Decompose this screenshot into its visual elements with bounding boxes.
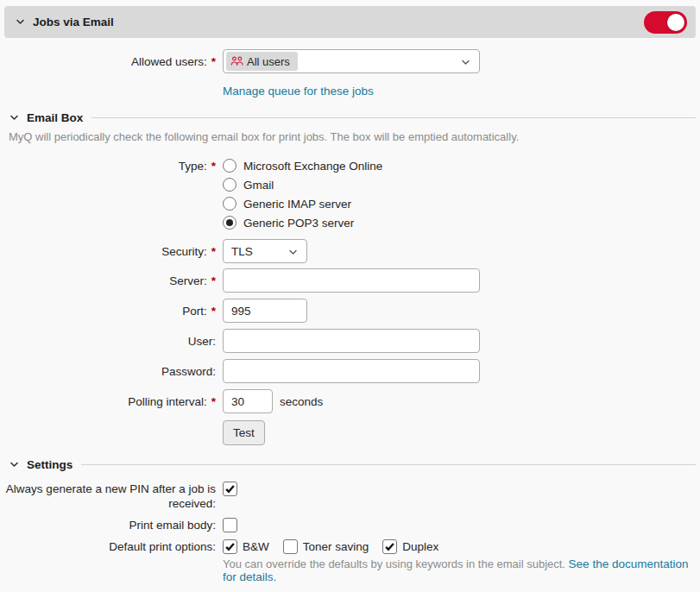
generate-pin-row: Always generate a new PIN after a job is… <box>4 482 696 511</box>
override-note-row: You can override the defaults by using k… <box>4 557 696 583</box>
allowed-users-row: Allowed users:* All users <box>4 49 696 73</box>
email-type-radio-group: Microsoft Exchange Online Gmail Generic … <box>223 157 382 231</box>
bw-label: B&W <box>243 540 269 553</box>
settings-title: Settings <box>27 458 73 471</box>
radio-label: Generic IMAP server <box>243 198 351 211</box>
jobs-via-email-toggle[interactable] <box>644 11 687 34</box>
toner-saving-label: Toner saving <box>303 540 369 553</box>
radio-exchange-online[interactable]: Microsoft Exchange Online <box>223 157 382 174</box>
jobs-via-email-panel: Jobs via Email Allowed users:* All users <box>0 0 700 583</box>
email-box-description: MyQ will periodically check the followin… <box>9 130 696 143</box>
allowed-users-label: Allowed users:* <box>4 54 216 69</box>
radio-generic-imap[interactable]: Generic IMAP server <box>223 195 382 212</box>
default-print-options-row: Default print options: B&W Toner saving … <box>4 539 696 554</box>
radio-icon[interactable] <box>223 178 236 192</box>
required-asterisk: * <box>211 274 216 287</box>
checkmark-icon <box>224 541 236 552</box>
chevron-down-icon <box>15 16 26 28</box>
manage-queue-row: Manage queue for these jobs <box>4 85 696 98</box>
manage-queue-link[interactable]: Manage queue for these jobs <box>223 85 374 98</box>
section-header-settings[interactable]: Settings <box>9 458 696 471</box>
generate-pin-checkbox[interactable] <box>223 482 237 496</box>
radio-icon[interactable] <box>223 159 236 173</box>
print-email-body-label: Print email body: <box>4 518 216 532</box>
type-label: Type:* <box>4 159 216 173</box>
generate-pin-label: Always generate a new PIN after a job is… <box>4 482 216 511</box>
allowed-users-select[interactable]: All users <box>223 49 480 73</box>
radio-label: Gmail <box>243 179 274 192</box>
email-box-title: Email Box <box>27 111 83 124</box>
override-note: You can override the defaults by using k… <box>223 557 696 583</box>
section-header-jobs-via-email[interactable]: Jobs via Email <box>4 6 696 38</box>
security-row: Security:* TLS <box>4 239 696 263</box>
security-select-value: TLS <box>231 245 253 258</box>
checkmark-icon <box>224 483 236 494</box>
user-input[interactable] <box>223 329 480 353</box>
type-row: Type:* Microsoft Exchange Online Gmail G… <box>4 157 696 231</box>
test-row: Test <box>4 420 696 445</box>
section-divider <box>91 117 696 118</box>
required-asterisk: * <box>211 305 216 318</box>
radio-gmail[interactable]: Gmail <box>223 176 382 193</box>
port-input[interactable] <box>223 299 307 323</box>
duplex-checkbox[interactable] <box>382 539 397 554</box>
port-row: Port:* <box>4 299 696 323</box>
radio-label: Microsoft Exchange Online <box>243 160 382 173</box>
required-asterisk: * <box>211 55 216 68</box>
users-group-icon <box>230 56 244 66</box>
user-row: User: <box>4 329 696 353</box>
security-select[interactable]: TLS <box>223 239 307 263</box>
test-button[interactable]: Test <box>223 420 265 445</box>
all-users-tag-label: All users <box>247 55 290 68</box>
bw-checkbox[interactable] <box>223 539 237 554</box>
chevron-down-icon <box>460 57 471 68</box>
chevron-down-icon <box>9 112 20 123</box>
radio-label: Generic POP3 server <box>243 217 354 230</box>
password-row: Password: <box>4 359 696 383</box>
polling-interval-suffix: seconds <box>280 395 323 408</box>
port-label: Port:* <box>4 304 216 318</box>
required-asterisk: * <box>211 160 216 173</box>
section-divider <box>81 464 696 465</box>
checkmark-icon <box>384 541 395 552</box>
print-email-body-checkbox[interactable] <box>223 518 237 532</box>
chevron-down-icon <box>9 459 20 470</box>
radio-icon[interactable] <box>223 216 236 230</box>
radio-generic-pop3[interactable]: Generic POP3 server <box>223 214 382 231</box>
server-label: Server:* <box>4 274 216 288</box>
password-input[interactable] <box>223 359 480 383</box>
user-label: User: <box>4 334 216 349</box>
toner-saving-checkbox[interactable] <box>283 539 298 554</box>
radio-icon[interactable] <box>223 197 236 211</box>
all-users-tag[interactable]: All users <box>226 52 298 71</box>
toggle-knob <box>667 14 684 31</box>
required-asterisk: * <box>211 245 216 258</box>
server-row: Server:* <box>4 268 696 293</box>
polling-interval-row: Polling interval:* seconds <box>4 389 696 413</box>
duplex-label: Duplex <box>402 540 438 553</box>
polling-interval-label: Polling interval:* <box>4 394 216 409</box>
print-email-body-row: Print email body: <box>4 518 696 532</box>
required-asterisk: * <box>211 395 216 408</box>
security-label: Security:* <box>4 244 216 259</box>
panel-title: Jobs via Email <box>33 16 114 28</box>
default-print-options-label: Default print options: <box>4 539 216 554</box>
polling-interval-input[interactable] <box>223 389 273 413</box>
password-label: Password: <box>4 364 216 379</box>
server-input[interactable] <box>223 268 480 293</box>
chevron-down-icon <box>287 247 299 258</box>
section-header-email-box[interactable]: Email Box <box>9 111 696 124</box>
